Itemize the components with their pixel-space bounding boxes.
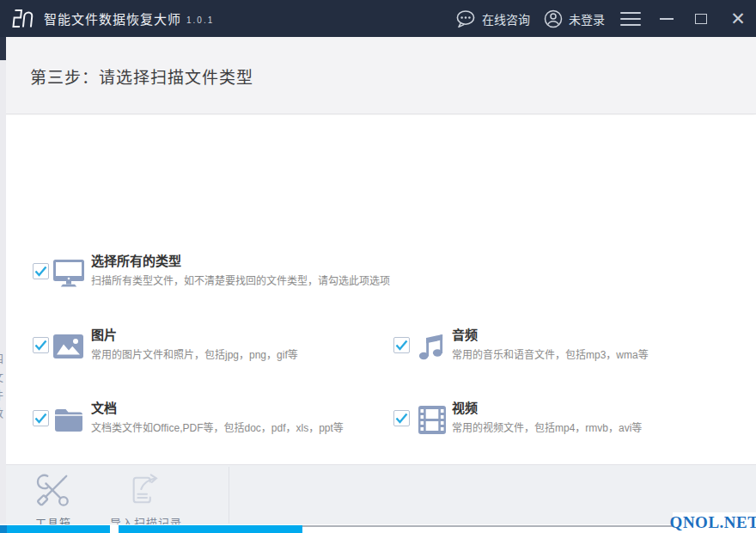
app-version: 1.0.1 [186,15,214,25]
image-desc: 常用的图片文件和照片，包括jpg，png，gif等 [91,350,298,360]
minimize-button[interactable] [658,0,675,37]
select-all-title: 选择所有的类型 [91,254,390,267]
toolbox-icon [34,472,72,508]
image-checkbox[interactable] [33,337,49,353]
menu-button[interactable] [620,12,641,26]
online-support-button[interactable]: 在线咨询 [455,9,530,28]
video-desc: 常用的视频文件，包括mp4，rmvb，avi等 [452,423,642,433]
video-checkbox[interactable] [393,410,410,426]
toolbox-button[interactable]: 工具箱 [21,472,86,530]
audio-title: 音频 [452,328,649,341]
footer-divider [229,467,229,524]
app-window: 智能文件数据恢复大师 1.0.1 在线咨询 [0,0,756,533]
background-window-dark-edge [0,37,6,60]
maximize-button[interactable] [692,0,710,37]
online-support-label: 在线咨询 [482,10,530,28]
check-icon [395,340,408,351]
user-icon [544,9,563,28]
document-desc: 文档类文件如Office,PDF等，包括doc，pdf，xls，ppt等 [91,423,344,433]
select-all-checkbox[interactable] [33,263,49,279]
import-scan-record-button[interactable]: 导入扫描记录 [101,472,191,530]
background-strip-cyan-2 [119,525,302,533]
check-icon [34,266,47,277]
file-type-selection-panel: 选择所有的类型 扫描所有类型文件，如不清楚要找回的文件类型，请勾选此项选项 图片… [0,115,756,464]
folder-icon [53,407,84,432]
login-status-button[interactable]: 未登录 [544,9,605,28]
image-icon [53,334,83,358]
title-bar: 智能文件数据恢复大师 1.0.1 在线咨询 [0,0,756,37]
image-title: 图片 [91,328,298,341]
close-button[interactable]: ✕ [727,0,749,37]
video-title: 视频 [452,401,642,414]
app-logo-icon [10,6,36,32]
step-title: 第三步：请选择扫描文件类型 [30,64,253,88]
document-checkbox[interactable] [33,410,49,426]
check-icon [34,413,47,424]
app-title: 智能文件数据恢复大师 [44,9,181,28]
audio-checkbox[interactable] [393,337,410,353]
document-title: 文档 [91,401,344,414]
watermark: QNOL.NET [673,512,756,533]
select-all-desc: 扫描所有类型文件，如不清楚要找回的文件类型，请勾选此项选项 [91,276,390,286]
audio-desc: 常用的音乐和语音文件，包括mp3，wma等 [452,350,649,360]
check-icon [34,340,47,351]
film-strip-icon [418,406,446,434]
login-status-label: 未登录 [569,10,605,28]
import-record-icon [127,472,165,508]
background-window-left-edge: 四文件数 [0,37,6,523]
background-window-text-fragment: 四文件数 [0,353,6,426]
chat-bubble-icon [455,9,476,28]
music-note-icon [418,331,444,360]
monitor-icon [52,259,85,287]
check-icon [395,413,408,424]
background-window-bottom [0,524,756,533]
background-strip-deep-blue [0,525,7,533]
step-header: 第三步：请选择扫描文件类型 [0,37,756,114]
footer-bar: 工具箱 导入扫描记录 返回 扫描 [0,464,756,524]
background-strip-cyan-1 [7,525,110,533]
